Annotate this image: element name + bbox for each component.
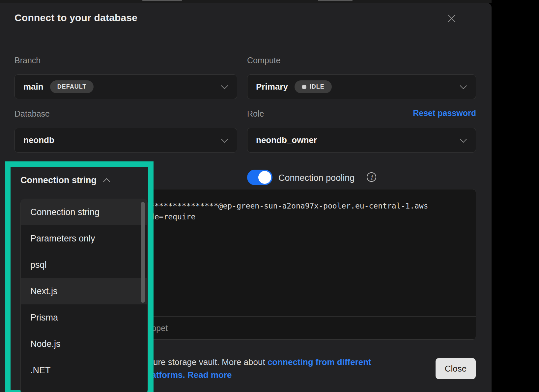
dropdown-item-connection-string[interactable]: Connection string [21, 199, 147, 225]
dropdown-item-dotnet[interactable]: .NET [21, 357, 147, 383]
background-text-fragment [142, 0, 182, 1]
highlight-rectangle: Connection string Connection string Para… [5, 161, 154, 392]
branch-label: Branch [14, 56, 41, 65]
connecting-platforms-link[interactable]: latforms. [149, 370, 185, 380]
idle-badge: IDLE [295, 80, 332, 93]
screen: Connect to your database Branch main DEF… [0, 0, 539, 392]
background-page-sliver [0, 0, 492, 3]
dropdown-item-parameters-only[interactable]: Parameters only [21, 225, 147, 252]
compute-value: Primary [256, 82, 288, 92]
connection-pooling-toggle[interactable] [247, 170, 272, 185]
role-value: neondb_owner [256, 135, 317, 145]
dropdown-item-psql[interactable]: psql [21, 252, 147, 278]
dropdown-scrollbar[interactable] [141, 202, 145, 303]
branch-select[interactable]: main DEFAULT [14, 74, 237, 99]
chevron-up-icon [103, 178, 110, 185]
info-icon[interactable]: i [367, 172, 376, 182]
modal-header: Connect to your database [0, 3, 492, 34]
snippet-type-dropdown: Connection string Parameters only psql N… [20, 199, 148, 392]
database-value: neondb [23, 135, 54, 145]
modal-title: Connect to your database [14, 12, 137, 23]
connection-string-section-toggle[interactable]: Connection string [20, 175, 110, 185]
connecting-platforms-link[interactable]: connecting from different [268, 357, 371, 367]
chevron-down-icon [460, 82, 467, 89]
toggle-knob [258, 171, 271, 184]
dropdown-item-nodejs[interactable]: Node.js [21, 331, 147, 357]
chevron-down-icon [221, 82, 228, 89]
chevron-down-icon [460, 135, 467, 142]
status-dot-icon [302, 85, 306, 89]
dropdown-item-django[interactable]: Django [21, 383, 147, 392]
reset-password-link[interactable]: Reset password [413, 108, 476, 118]
dropdown-item-nextjs[interactable]: Next.js [21, 278, 147, 304]
database-label: Database [14, 109, 50, 119]
database-select[interactable]: neondb [14, 128, 237, 153]
chevron-down-icon [221, 135, 228, 142]
role-select[interactable]: neondb_owner [247, 128, 476, 153]
dropdown-item-prisma[interactable]: Prisma [21, 304, 147, 331]
header-divider [0, 34, 492, 34]
background-text-fragment [318, 0, 353, 1]
read-more-link[interactable]: Read more [187, 370, 232, 380]
default-badge: DEFAULT [50, 80, 94, 93]
branch-value: main [23, 82, 43, 92]
role-label: Role [247, 109, 264, 119]
close-icon[interactable] [446, 13, 457, 24]
connection-pooling-label: Connection pooling [278, 173, 355, 183]
compute-label: Compute [247, 56, 280, 65]
connect-database-modal: Connect to your database Branch main DEF… [0, 3, 492, 392]
close-button[interactable]: Close [436, 358, 476, 379]
compute-select[interactable]: Primary IDLE [247, 74, 476, 99]
